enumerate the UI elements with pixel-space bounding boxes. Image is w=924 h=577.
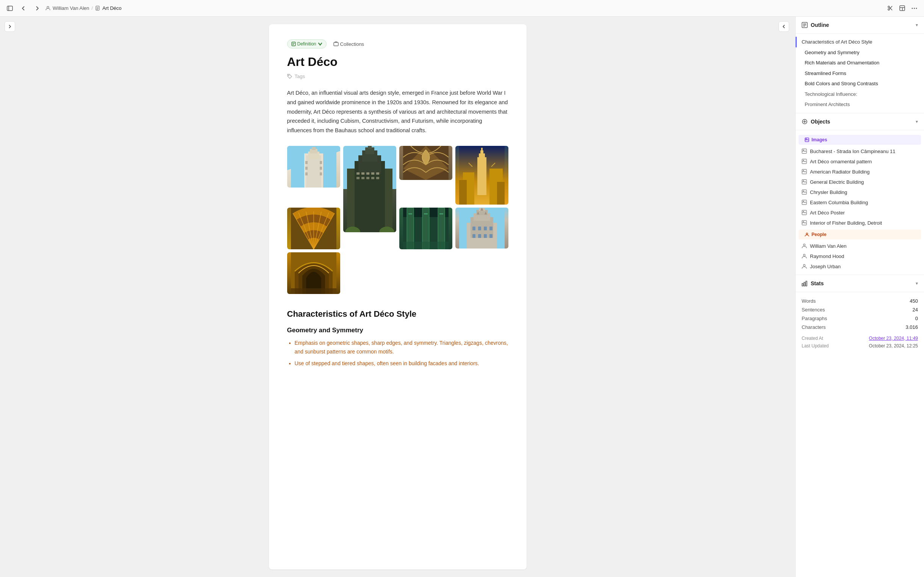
paragraphs-label: Paragraphs xyxy=(802,316,827,321)
obj-raymond[interactable]: Raymond Hood xyxy=(795,251,924,261)
stats-chevron: ▾ xyxy=(916,281,918,286)
objects-title: Objects xyxy=(811,119,830,125)
right-panel-toggle-btn[interactable] xyxy=(779,21,789,32)
more-btn[interactable] xyxy=(909,3,919,14)
image-1[interactable] xyxy=(287,146,340,187)
obj-poster[interactable]: Art Déco Poster xyxy=(795,208,924,218)
obj-william-label: William Van Alen xyxy=(810,243,847,249)
obj-eastern-columbia[interactable]: Eastern Columbia Building xyxy=(795,197,924,208)
image-7[interactable] xyxy=(456,208,509,248)
collections-icon xyxy=(333,41,339,47)
svg-rect-27 xyxy=(312,147,316,150)
obj-american-radiator[interactable]: American Radiator Building xyxy=(795,167,924,177)
outline-title-row: Outline xyxy=(802,22,829,28)
obj-poster-label: Art Déco Poster xyxy=(810,210,845,216)
stats-sentences-row: Sentences 24 xyxy=(802,305,918,314)
obj-raymond-label: Raymond Hood xyxy=(810,253,844,259)
breadcrumb: William Van Alen / Art Déco xyxy=(45,5,122,11)
stats-dates: Created At October 23, 2024, 11:49 Last … xyxy=(802,335,918,350)
svg-rect-49 xyxy=(371,177,374,179)
image-icon-7 xyxy=(802,210,807,215)
image-6[interactable] xyxy=(399,208,452,249)
stats-section-header[interactable]: Stats ▾ xyxy=(795,275,924,292)
svg-rect-32 xyxy=(305,172,307,176)
tags-line[interactable]: Tags xyxy=(287,74,509,79)
obj-ge-building[interactable]: General Electric Building xyxy=(795,177,924,187)
obj-fisher[interactable]: Interior of Fisher Building, Detroit xyxy=(795,218,924,228)
image-4[interactable] xyxy=(456,146,509,205)
svg-rect-31 xyxy=(320,167,322,170)
image-icon xyxy=(802,148,807,154)
svg-rect-106 xyxy=(291,288,336,294)
image-icon-2 xyxy=(802,159,807,164)
svg-point-133 xyxy=(803,244,805,246)
outline-item-streamlined[interactable]: Streamlined Forms xyxy=(795,68,924,79)
obj-chrysler[interactable]: Chrysler Building xyxy=(795,187,924,197)
svg-rect-45 xyxy=(376,172,379,175)
svg-point-134 xyxy=(803,254,805,256)
image-2[interactable] xyxy=(343,146,396,232)
outline-icon xyxy=(802,22,808,28)
image-3[interactable] xyxy=(399,146,452,180)
image-grid xyxy=(287,146,509,294)
outline-section-header[interactable]: Outline ▾ xyxy=(795,17,924,34)
obj-joseph-label: Joseph Urban xyxy=(810,264,841,269)
obj-bucharest[interactable]: Bucharest - Strada Ion Câmpineanu 11 xyxy=(795,146,924,156)
breadcrumb-user[interactable]: William Van Alen xyxy=(53,5,89,11)
obj-ornamental[interactable]: Art Déco ornamental pattern xyxy=(795,156,924,167)
outline-item-geometry[interactable]: Geometry and Symmetry xyxy=(795,47,924,58)
outline-item-main[interactable]: Characteristics of Art Déco Style xyxy=(795,37,924,47)
sidebar-toggle-btn[interactable] xyxy=(5,3,15,14)
svg-rect-67 xyxy=(497,182,505,205)
breadcrumb-separator: / xyxy=(92,5,93,11)
svg-point-2 xyxy=(47,6,49,8)
stats-title-row: Stats xyxy=(802,280,824,287)
more-icon xyxy=(911,8,917,9)
left-panel-toggle-btn[interactable] xyxy=(5,21,15,32)
outline-item-architects[interactable]: Prominent Architects xyxy=(795,99,924,110)
obj-william[interactable]: William Van Alen xyxy=(795,241,924,251)
sentences-label: Sentences xyxy=(802,307,825,313)
svg-rect-99 xyxy=(484,227,487,230)
objects-section-header[interactable]: Objects ▾ xyxy=(795,113,924,131)
outline-item-bold-colors[interactable]: Bold Colors and Strong Contrasts xyxy=(795,79,924,89)
person-icon-1 xyxy=(802,243,807,248)
created-value[interactable]: October 23, 2024, 11:49 xyxy=(869,336,918,341)
image-5[interactable] xyxy=(287,208,340,249)
svg-rect-47 xyxy=(361,177,364,179)
integrations-btn[interactable] xyxy=(885,3,895,14)
image-8[interactable] xyxy=(287,252,340,294)
paragraphs-value: 0 xyxy=(915,316,918,321)
doc-title: Art Déco xyxy=(287,55,509,69)
forward-btn[interactable] xyxy=(32,3,42,14)
collections-btn[interactable]: Collections xyxy=(330,40,368,48)
objects-chevron: ▾ xyxy=(916,119,918,124)
image-category-icon xyxy=(805,137,809,142)
bullet-list: Emphasis on geometric shapes, sharp edge… xyxy=(287,339,509,368)
outline-items: Characteristics of Art Déco Style Geomet… xyxy=(795,34,924,113)
svg-rect-42 xyxy=(361,172,364,175)
doc-body-text: Art Déco, an influential visual arts des… xyxy=(287,88,509,135)
svg-rect-85 xyxy=(408,213,412,214)
svg-rect-46 xyxy=(356,177,359,179)
obj-joseph[interactable]: Joseph Urban xyxy=(795,261,924,272)
created-at-row: Created At October 23, 2024, 11:49 xyxy=(802,335,918,342)
topbar-right xyxy=(885,3,919,14)
page-icon xyxy=(95,6,100,11)
svg-rect-29 xyxy=(320,161,322,164)
person-icon-3 xyxy=(802,264,807,269)
layout-btn[interactable] xyxy=(897,3,907,14)
scissors-icon xyxy=(887,5,893,11)
outline-item-tech[interactable]: Technological Influence: xyxy=(795,89,924,100)
svg-rect-101 xyxy=(472,234,475,238)
person-icon-2 xyxy=(802,253,807,259)
definition-tag-btn[interactable]: Definition xyxy=(287,39,327,48)
back-btn[interactable] xyxy=(18,3,29,14)
svg-point-15 xyxy=(914,8,915,9)
layout-icon xyxy=(899,5,905,11)
objects-content: Images Bucharest - Strada Ion Câmpineanu… xyxy=(795,131,924,275)
outline-item-materials[interactable]: Rich Materials and Ornamentation xyxy=(795,58,924,68)
updated-label: Last Updated xyxy=(802,343,829,348)
svg-rect-24 xyxy=(306,155,321,187)
svg-point-8 xyxy=(888,9,890,10)
